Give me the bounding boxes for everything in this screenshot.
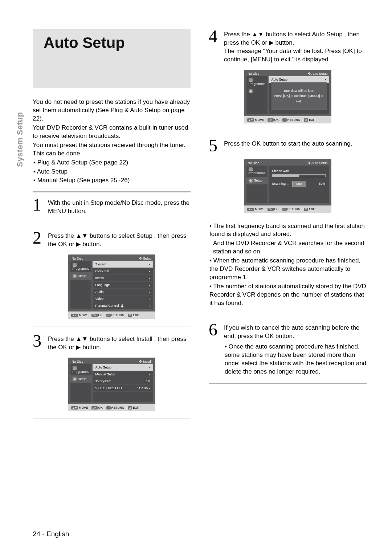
step-text: Press the OK button to start the auto sc… xyxy=(224,138,352,148)
osd-left-menu: Programme xyxy=(246,76,268,114)
step-6-bullet: • Once the auto scanning procedure has f… xyxy=(225,343,367,376)
osd-status: No Disc xyxy=(72,257,83,260)
osd-right-menu: System▸ Clock Set▸ Install▸ Language▸ Au… xyxy=(93,261,153,309)
osd-row-video: Video▸ xyxy=(93,296,153,302)
osd-stop-button: Stop xyxy=(292,181,306,187)
osd-row-audio: Audio▸ xyxy=(93,289,153,296)
osd-left-programme: Programme xyxy=(70,364,91,375)
osd-left-programme: Programme xyxy=(246,166,268,177)
divider xyxy=(33,326,191,326)
osd-left-menu: Programme Setup xyxy=(70,364,91,402)
osd-left-setup: Setup xyxy=(246,177,268,184)
osd-row-videoout: VIDEO Output CH: Ch 36 ▸ xyxy=(93,385,153,392)
divider xyxy=(33,191,191,192)
step-text: With the unit in Stop mode/No Disc mode,… xyxy=(48,197,191,216)
title-box: Auto Setup xyxy=(33,29,191,88)
osd-warning-dialog: Your data will be lost. Press [OK] to co… xyxy=(271,82,327,110)
divider xyxy=(209,383,367,384)
osd-left-programme: Programme xyxy=(70,261,91,272)
osd-status: No Disc xyxy=(248,72,260,76)
step-4: 4 Press the ▲▼ buttons to select Auto Se… xyxy=(209,29,367,64)
step-5-bullet-1: • The first frequency band is scanned an… xyxy=(209,222,367,239)
step-number: 5 xyxy=(209,138,219,153)
step-number: 1 xyxy=(33,197,43,212)
osd-row-install: Install▸ xyxy=(93,275,153,282)
osd-right-panel: Please wait..... Scanning.... Stop 50% xyxy=(269,166,329,203)
osd-row-tvsystem: TV System: K xyxy=(93,378,153,385)
step-3: 3 Press the ▲▼ buttons to select Install… xyxy=(33,334,191,352)
divider xyxy=(209,131,367,131)
step-text: Press the ▲▼ buttons to select Setup , t… xyxy=(48,231,191,249)
right-column: 4 Press the ▲▼ buttons to select Auto Se… xyxy=(209,29,367,426)
osd-row-parental: Parental Control▸ xyxy=(93,302,153,309)
osd-setup-screenshot: No Disc ❖ Setup Programme Setup System▸ … xyxy=(68,254,155,319)
step-4-line2: The message "Your data will be lost. Pre… xyxy=(224,47,367,64)
step-4-line1: Press the ▲▼ buttons to select Auto Setu… xyxy=(224,30,367,47)
osd-progress-bar xyxy=(272,174,326,177)
osd-left-menu: Programme Setup xyxy=(246,166,268,203)
intro-text: You do not need to preset the stations i… xyxy=(33,98,191,185)
intro-bullet-3: • Manual Setup (See pages 25~26) xyxy=(33,176,191,185)
osd-percent: 50% xyxy=(319,182,325,186)
osd-row-autosetup: Auto Setup▸ xyxy=(93,364,153,371)
osd-breadcrumb: ❖ Auto Setup xyxy=(308,72,328,76)
osd-breadcrumb: ❖ Install xyxy=(139,360,151,363)
osd-breadcrumb: ❖ Auto Setup xyxy=(308,161,328,165)
osd-right-panel: Auto Setup▸ Your data will be lost. Pres… xyxy=(269,76,329,114)
step-text: Press the ▲▼ buttons to select Install ,… xyxy=(48,334,191,352)
divider xyxy=(33,419,191,419)
osd-footer: ▲▼MOVE OKOK ↩RETURN ⊡EXIT xyxy=(244,205,331,213)
osd-row-system: System▸ xyxy=(93,261,153,268)
page-title: Auto Setup xyxy=(44,34,180,52)
step-1: 1 With the unit in Stop mode/No Disc mod… xyxy=(33,197,191,216)
osd-left-setup: Setup xyxy=(70,375,91,383)
osd-scanning-screenshot: No Disc ❖ Auto Setup Programme Setup Ple… xyxy=(244,159,331,213)
intro-p3: You must preset the stations received th… xyxy=(33,141,191,158)
osd-scanning-label: Scanning.... xyxy=(272,182,290,186)
osd-row-clock: Clock Set▸ xyxy=(93,268,153,275)
osd-row-manualsetup: Manual Setup▸ xyxy=(93,371,153,378)
intro-bullet-1: • Plug & Auto Setup (See page 22) xyxy=(33,159,191,167)
osd-status: No Disc xyxy=(248,161,260,165)
step-5-bullet-3: • The number of stations automatically s… xyxy=(209,282,367,307)
osd-footer: ▲▼MOVE OKOK ↩RETURN ⊡EXIT xyxy=(68,404,155,411)
section-tab: System Setup xyxy=(15,112,25,167)
left-column: Auto Setup You do not need to preset the… xyxy=(33,29,191,426)
step-5: 5 Press the OK button to start the auto … xyxy=(209,138,367,153)
osd-left-menu: Programme Setup xyxy=(70,261,91,309)
intro-p1: You do not need to preset the stations i… xyxy=(33,98,191,123)
step-text: Press the ▲▼ buttons to select Auto Setu… xyxy=(224,29,367,64)
intro-bullet-2: • Auto Setup xyxy=(33,168,191,176)
osd-right-menu: Auto Setup▸ Manual Setup▸ TV System: K V… xyxy=(93,364,153,402)
osd-footer: ▲▼MOVE OKOK ↩RETURN ⊡EXIT xyxy=(68,311,155,319)
step-5-bullet-1b: And the DVD Recorder & VCR searches for … xyxy=(209,239,367,256)
step-number: 6 xyxy=(209,322,219,337)
step-6: 6 If you wish to cancel the auto scannin… xyxy=(209,322,367,376)
osd-row-language: Language▸ xyxy=(93,282,153,289)
osd-left-setup: Setup xyxy=(70,272,91,280)
osd-left-setup xyxy=(246,87,268,95)
osd-footer: ▲▼MOVE OKOK ↩RETURN ⊡EXIT xyxy=(244,116,331,123)
osd-status: No Disc xyxy=(72,360,83,363)
step-text: If you wish to cancel the auto scanning … xyxy=(224,322,367,376)
page-footer: 24 - English xyxy=(33,530,69,538)
page-content: Auto Setup You do not need to preset the… xyxy=(33,29,367,426)
osd-warning-line2: Press [OK] to continue, [MENU] to exit. xyxy=(274,93,324,104)
divider xyxy=(33,223,191,223)
osd-breadcrumb: ❖ Setup xyxy=(139,257,151,260)
step-5-notes: • The first frequency band is scanned an… xyxy=(209,222,367,307)
step-number: 3 xyxy=(33,334,43,349)
osd-install-screenshot: No Disc ❖ Install Programme Setup Auto S… xyxy=(68,358,155,411)
step-number: 4 xyxy=(209,29,219,44)
osd-warning-line1: Your data will be lost. xyxy=(274,88,324,93)
osd-autosetup-confirm-screenshot: No Disc ❖ Auto Setup Programme Auto Setu… xyxy=(244,70,331,123)
step-2: 2 Press the ▲▼ buttons to select Setup ,… xyxy=(33,231,191,249)
osd-left-programme: Programme xyxy=(246,76,268,87)
osd-please-wait: Please wait..... xyxy=(272,169,326,173)
divider xyxy=(209,315,367,315)
step-number: 2 xyxy=(33,231,43,245)
step-6-line1: If you wish to cancel the auto scanning … xyxy=(224,324,367,341)
intro-p2: Your DVD Recorder & VCR contains a built… xyxy=(33,124,191,140)
step-5-bullet-2: • When the automatic scanning procedure … xyxy=(209,257,367,282)
